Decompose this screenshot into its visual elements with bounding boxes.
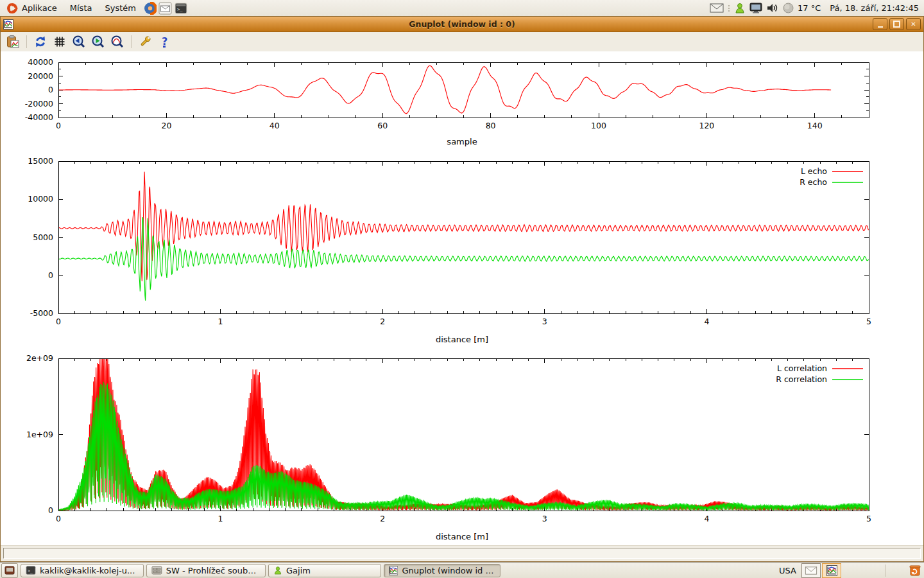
y-tick-label: 10000: [28, 194, 53, 204]
mail-launcher[interactable]: [158, 0, 173, 16]
gnuplot-tray-button[interactable]: [822, 563, 841, 578]
taskbar: >_ kaklik@kaklik-kolej-u... SW - Prohlíž…: [0, 562, 924, 578]
plot-3: 01234501e+092e+09L correlationR correlat…: [26, 353, 871, 523]
plot-canvas[interactable]: 020406080100120140-40000-200000200004000…: [1, 51, 923, 547]
system-tray: 17 °C Pá, 18. září, 21:42:45: [710, 3, 924, 14]
gnuplot-icon: [389, 566, 398, 575]
y-tick-label: 15000: [28, 156, 53, 166]
top-panel: Aplikace Místa Systém >: [0, 0, 924, 17]
titlebar[interactable]: Gnuplot (window id : 0) ✕: [1, 17, 923, 32]
mail-icon: [805, 566, 817, 575]
menu-system-label: Systém: [105, 3, 135, 13]
copy-plot-icon: [6, 35, 20, 49]
display-icon[interactable]: [749, 3, 762, 13]
settings-button[interactable]: [137, 33, 153, 50]
wrench-icon: [138, 35, 152, 49]
close-button[interactable]: ✕: [906, 18, 921, 30]
x-tick-label: 1: [218, 317, 223, 326]
x-tick-label: 4: [704, 514, 709, 523]
plot1-xlabel: sample: [1, 137, 923, 146]
statusbar-field: [3, 548, 921, 559]
x-tick-label: 0: [56, 121, 61, 130]
plot-1: 020406080100120140-40000-200000200004000…: [25, 57, 869, 130]
keyboard-layout-indicator[interactable]: USA: [779, 566, 796, 575]
y-tick-label: -40000: [25, 112, 53, 122]
copy-plot-button[interactable]: [4, 33, 21, 50]
grid-button[interactable]: [51, 33, 68, 50]
trash-icon: [909, 564, 921, 577]
zoom-next-icon: [91, 35, 105, 49]
plots-svg: 020406080100120140-40000-200000200004000…: [1, 51, 924, 547]
y-tick-label: 0: [48, 505, 53, 515]
gajim-status-icon[interactable]: [734, 3, 746, 14]
series-r-correlation: [58, 382, 869, 511]
svg-text:>_: >_: [28, 568, 33, 574]
weather-moon-icon[interactable]: [783, 3, 794, 13]
x-tick-label: 80: [486, 121, 496, 130]
window-title: Gnuplot (window id : 0): [1, 19, 923, 29]
zoom-previous-button[interactable]: [71, 33, 87, 50]
volume-icon[interactable]: [766, 3, 779, 13]
toolbar: ?: [1, 32, 923, 52]
replot-icon: [33, 35, 47, 49]
file-manager-icon: [151, 566, 162, 575]
x-tick-label: 140: [807, 121, 823, 130]
task-label: Gnuplot (window id : 0): [402, 566, 495, 575]
plot-2: 012345-5000050001000015000L echoR echo: [28, 156, 871, 326]
gajim-icon: [273, 566, 282, 575]
x-tick-label: 3: [542, 317, 547, 326]
menu-system[interactable]: Systém: [98, 0, 142, 16]
task-label: Gajim: [286, 566, 311, 575]
x-tick-label: 0: [56, 317, 61, 326]
toolbar-separator: [131, 35, 132, 48]
task-file-manager[interactable]: SW - Prohlížeč souborů: [146, 564, 266, 577]
y-tick-label: -20000: [25, 99, 53, 109]
zoom-next-button[interactable]: [90, 33, 107, 50]
legend-label: R echo: [800, 177, 827, 187]
legend-label: R correlation: [776, 374, 827, 384]
tray-handle-icon: [728, 4, 730, 13]
x-tick-label: 40: [270, 121, 280, 130]
trash-applet[interactable]: [907, 563, 923, 577]
x-tick-label: 5: [866, 317, 871, 326]
mail-icon: [158, 2, 172, 15]
window-statusbar: [1, 545, 923, 561]
menu-places[interactable]: Místa: [64, 0, 99, 16]
mail-notification-icon[interactable]: [710, 3, 724, 13]
x-tick-label: 1: [218, 514, 223, 523]
terminal-launcher[interactable]: >_: [173, 0, 189, 16]
replot-button[interactable]: [32, 33, 49, 50]
svg-text:>_: >_: [177, 7, 183, 12]
terminal-icon: >_: [175, 3, 187, 14]
firefox-icon: [144, 2, 157, 15]
unzoom-icon: [110, 35, 124, 49]
toolbar-separator: [26, 35, 27, 48]
axis-ticks: [58, 358, 869, 511]
x-tick-label: 60: [377, 121, 388, 130]
menu-places-label: Místa: [70, 3, 92, 13]
maximize-button[interactable]: [889, 18, 904, 30]
firefox-launcher[interactable]: [142, 0, 158, 16]
task-label: SW - Prohlížeč souborů: [166, 566, 261, 575]
legend-label: L echo: [801, 166, 827, 176]
taskbar-separator: [885, 565, 886, 577]
task-gnuplot[interactable]: Gnuplot (window id : 0): [384, 564, 501, 577]
help-icon: ?: [157, 35, 171, 49]
task-terminal[interactable]: >_ kaklik@kaklik-kolej-u...: [21, 564, 144, 577]
minimize-button[interactable]: [873, 18, 887, 30]
x-tick-label: 3: [542, 514, 547, 523]
task-gajim[interactable]: Gajim: [268, 564, 381, 577]
temperature-indicator[interactable]: 17 °C: [798, 3, 821, 13]
menu-applications[interactable]: Aplikace: [0, 0, 64, 16]
unzoom-button[interactable]: [109, 33, 126, 50]
gnuplot-icon: [826, 565, 837, 576]
minimize-icon: [878, 26, 883, 28]
help-button[interactable]: ?: [156, 33, 173, 50]
x-tick-label: 20: [161, 121, 171, 130]
y-tick-label: 5000: [33, 232, 53, 242]
y-tick-label: -5000: [30, 308, 53, 318]
mail-tray-button[interactable]: [801, 563, 821, 578]
show-desktop-button[interactable]: [1, 563, 18, 578]
clock[interactable]: Pá, 18. září, 21:42:45: [830, 3, 919, 13]
maximize-icon: [893, 21, 900, 28]
